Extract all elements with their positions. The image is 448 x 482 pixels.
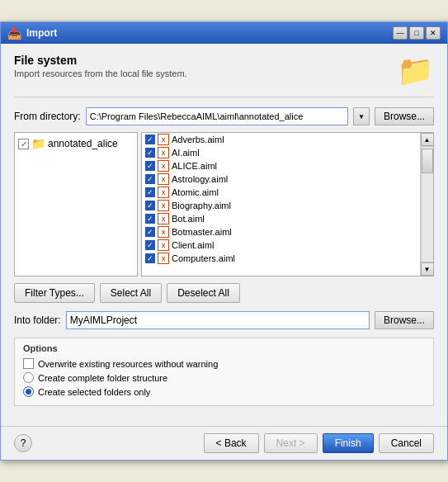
list-item: X Client.aiml: [142, 239, 420, 252]
file-checkbox-5[interactable]: [145, 201, 155, 210]
file-type-icon-2: X: [158, 160, 169, 172]
file-name-0: Adverbs.aiml: [172, 135, 224, 144]
close-button[interactable]: ✕: [426, 26, 441, 40]
file-checkbox-6[interactable]: [145, 214, 155, 224]
window-title: Import: [26, 27, 57, 39]
cancel-button[interactable]: Cancel: [379, 433, 434, 453]
file-type-icon-7: X: [158, 226, 169, 238]
file-checkbox-1[interactable]: [145, 148, 155, 158]
directory-dropdown-button[interactable]: ▼: [353, 107, 370, 125]
import-dialog: 📥 Import — □ ✕ File system Import resour…: [0, 21, 448, 461]
tree-root-label: annotated_alice: [48, 138, 118, 149]
from-directory-browse-button[interactable]: Browse...: [375, 107, 434, 125]
file-checkbox-8[interactable]: [145, 240, 155, 250]
file-type-icon-3: X: [158, 173, 169, 185]
header-section: File system Import resources from the lo…: [14, 54, 434, 97]
right-panel-scrollbar: ▲ ▼: [420, 133, 433, 276]
file-checkbox-2[interactable]: [145, 161, 155, 171]
overwrite-label: Overwrite existing resources without war…: [38, 359, 218, 369]
from-directory-row: From directory: ▼ Browse...: [14, 107, 434, 125]
help-button[interactable]: ?: [14, 434, 32, 452]
maximize-button[interactable]: □: [409, 26, 424, 40]
deselect-all-button[interactable]: Deselect All: [167, 283, 240, 303]
list-item: X Biography.aiml: [142, 199, 420, 212]
file-name-2: ALICE.aiml: [172, 161, 217, 171]
file-checkbox-7[interactable]: [145, 227, 155, 237]
file-type-icon-1: X: [158, 147, 169, 158]
from-directory-label: From directory:: [14, 111, 81, 122]
file-type-icon-8: X: [158, 239, 169, 251]
finish-button[interactable]: Finish: [323, 433, 374, 453]
file-name-4: Atomic.aiml: [172, 187, 219, 197]
selected-folders-radio[interactable]: [23, 386, 34, 397]
scroll-up-arrow[interactable]: ▲: [421, 133, 434, 146]
list-item: X Adverbs.aiml: [142, 133, 420, 146]
file-name-9: Computers.aiml: [172, 253, 235, 263]
from-directory-input[interactable]: [86, 107, 348, 125]
scroll-down-arrow[interactable]: ▼: [421, 262, 434, 276]
title-bar: 📥 Import — □ ✕: [1, 22, 447, 44]
next-button[interactable]: Next >: [264, 433, 318, 453]
options-group: Options Overwrite existing resources wit…: [14, 338, 434, 406]
bottom-bar: ? < Back Next > Finish Cancel: [1, 426, 447, 460]
file-name-1: AI.aiml: [172, 148, 200, 158]
option-overwrite: Overwrite existing resources without war…: [23, 358, 425, 369]
complete-folder-radio[interactable]: [23, 372, 34, 383]
tree-checkbox-root[interactable]: [18, 139, 29, 149]
title-buttons: — □ ✕: [393, 26, 441, 40]
file-type-icon-6: X: [158, 213, 169, 224]
into-folder-row: Into folder: Browse...: [14, 311, 434, 329]
list-item: X Botmaster.aiml: [142, 225, 420, 239]
file-checkbox-9[interactable]: [145, 253, 155, 263]
left-panel-tree[interactable]: 📁 annotated_alice: [14, 132, 138, 276]
into-folder-input[interactable]: [66, 311, 370, 329]
tree-item-root: 📁 annotated_alice: [18, 136, 134, 151]
file-name-7: Botmaster.aiml: [172, 227, 232, 237]
file-list: X Adverbs.aiml X AI.aiml X ALICE.aiml: [142, 133, 420, 276]
selected-folders-label: Create selected folders only: [38, 387, 150, 397]
scrollbar-thumb[interactable]: [422, 149, 433, 173]
option-complete-folder: Create complete folder structure: [23, 372, 425, 383]
window-icon: 📥: [7, 26, 21, 40]
main-content: File system Import resources from the lo…: [1, 44, 447, 426]
file-name-3: Astrology.aiml: [172, 174, 228, 184]
select-all-button[interactable]: Select All: [100, 283, 162, 303]
list-item: X Atomic.aiml: [142, 186, 420, 199]
file-checkbox-0[interactable]: [145, 135, 155, 144]
filter-types-button[interactable]: Filter Types...: [14, 283, 95, 303]
right-panel-files: X Adverbs.aiml X AI.aiml X ALICE.aiml: [141, 132, 434, 276]
list-item: X ALICE.aiml: [142, 159, 420, 172]
file-name-8: Client.aiml: [172, 240, 214, 250]
file-checkbox-4[interactable]: [145, 187, 155, 197]
file-checkbox-3[interactable]: [145, 174, 155, 184]
folder-large-icon: 📁: [397, 54, 434, 88]
section-title: File system: [14, 54, 187, 67]
option-selected-folders: Create selected folders only: [23, 386, 425, 397]
scrollbar-track: [421, 146, 434, 262]
complete-folder-label: Create complete folder structure: [38, 373, 167, 383]
into-folder-label: Into folder:: [14, 314, 61, 326]
file-panels: 📁 annotated_alice X Adverbs.aiml: [14, 132, 434, 276]
file-type-icon-9: X: [158, 253, 169, 264]
file-type-icon-0: X: [158, 134, 169, 145]
file-type-icon-4: X: [158, 187, 169, 198]
into-folder-browse-button[interactable]: Browse...: [375, 311, 434, 329]
header-text: File system Import resources from the lo…: [14, 54, 187, 78]
minimize-button[interactable]: —: [393, 26, 408, 40]
section-description: Import resources from the local file sys…: [14, 69, 187, 78]
title-bar-left: 📥 Import: [7, 26, 57, 40]
list-item: X Astrology.aiml: [142, 172, 420, 186]
right-panel-container: X Adverbs.aiml X AI.aiml X ALICE.aiml: [142, 133, 433, 276]
overwrite-checkbox[interactable]: [23, 358, 34, 369]
list-item: X Bot.aiml: [142, 212, 420, 225]
back-button[interactable]: < Back: [204, 433, 259, 453]
file-name-5: Biography.aiml: [172, 201, 231, 210]
list-item: X AI.aiml: [142, 146, 420, 159]
folder-icon: 📁: [31, 137, 45, 150]
file-type-icon-5: X: [158, 200, 169, 211]
options-title: Options: [23, 343, 425, 353]
list-item: X Computers.aiml: [142, 252, 420, 265]
file-name-6: Bot.aiml: [172, 214, 205, 224]
file-action-buttons: Filter Types... Select All Deselect All: [14, 283, 434, 303]
nav-buttons: < Back Next > Finish Cancel: [204, 433, 434, 453]
